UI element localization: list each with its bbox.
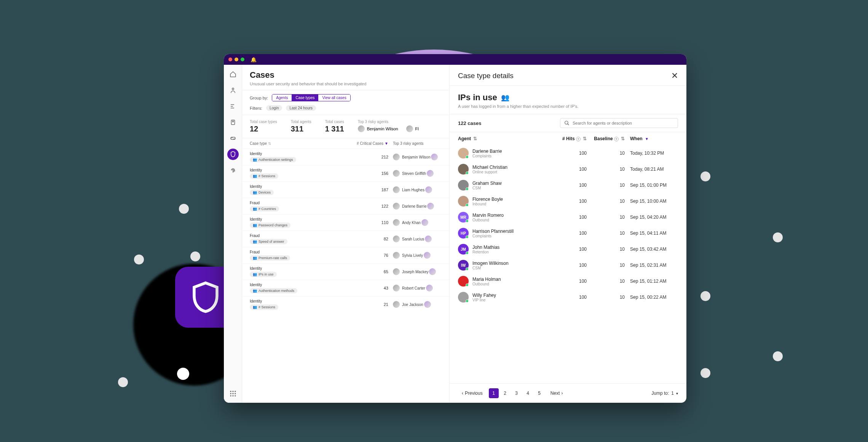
sort-icon[interactable]: ⇅	[268, 141, 271, 146]
avatar	[429, 268, 436, 275]
agent-row[interactable]: Darlene BarrieComplaints10010Today, 10:3…	[450, 145, 686, 161]
critical-count: 76	[350, 253, 388, 258]
col-case-type[interactable]: Case type	[250, 141, 267, 146]
case-type-row[interactable]: Identity👥# Sessions156Steven Griffith	[242, 165, 449, 181]
filter-chip-login[interactable]: Login	[266, 105, 282, 111]
critical-count: 110	[350, 220, 388, 225]
filters-label: Filters:	[250, 106, 262, 110]
people-icon: 👥	[253, 223, 257, 227]
nav-shield-icon[interactable]	[227, 149, 239, 160]
page-number[interactable]: 4	[523, 388, 533, 398]
nav-settings-icon[interactable]	[227, 101, 239, 112]
search-input[interactable]	[573, 121, 674, 125]
window-titlebar: 🔔	[224, 54, 686, 65]
filter-chip-last24[interactable]: Last 24 hours	[286, 105, 316, 111]
bell-icon[interactable]: 🔔	[251, 57, 257, 62]
agent-dept: Inbound	[472, 202, 556, 206]
agent-name: Graham Shaw	[472, 181, 556, 186]
agent-row[interactable]: Willy FaheyVIP line10010Sep 15, 00:22 AM	[450, 289, 686, 305]
sort-icon[interactable]: ⇅	[621, 136, 625, 141]
nav-fingerprint-icon[interactable]	[227, 165, 239, 176]
col-baseline[interactable]: Baseline	[594, 136, 613, 141]
seg-case-types[interactable]: Case types	[292, 94, 318, 101]
chevron-down-icon[interactable]: ▾	[676, 391, 678, 396]
agent-row[interactable]: IWImogen WilkinsonCSM10010Sep 15, 02:31 …	[450, 257, 686, 273]
case-type-row[interactable]: Fraud👥# Countries122Darlene Barrie	[242, 198, 449, 214]
risky-agent-name: Benjamin Wilson	[367, 127, 398, 131]
metric-agents-label: Total agents	[291, 120, 311, 124]
window-maximize-dot[interactable]	[241, 58, 244, 61]
agent-row[interactable]: JMJohn MathiasRetention10010Sep 15, 03:4…	[450, 241, 686, 257]
page-number[interactable]: 1	[489, 388, 499, 398]
nav-home-icon[interactable]	[227, 69, 239, 80]
baseline-value: 10	[587, 199, 625, 204]
sort-icon[interactable]: ⇅	[583, 136, 587, 141]
avatar	[427, 203, 434, 210]
baseline-value: 10	[587, 247, 625, 252]
presence-dot	[466, 283, 469, 287]
agent-row[interactable]: HPHarrison PfannerstillComplaints10010Se…	[450, 225, 686, 241]
presence-dot	[466, 251, 469, 255]
case-type-row[interactable]: Identity👥Authentication methods43Robert …	[242, 280, 449, 296]
agent-row[interactable]: Graham ShawCSM10010Sep 15, 01:00 PM	[450, 177, 686, 193]
critical-count: 156	[350, 171, 388, 176]
case-type-row[interactable]: Identity👥# Sessions21Joe Jackson	[242, 296, 449, 312]
agent-dept: CSM	[472, 186, 556, 190]
jump-to-label: Jump to:	[651, 391, 669, 396]
avatar	[421, 219, 428, 226]
sort-icon[interactable]: ⇅	[473, 136, 477, 141]
help-icon[interactable]: ?	[614, 137, 619, 141]
agent-name: Marvin Romero	[472, 213, 556, 218]
avatar	[393, 252, 400, 259]
avatar	[427, 170, 434, 177]
agent-row[interactable]: Florence BoyleInbound10010Sep 15, 10:00 …	[450, 193, 686, 209]
case-type-row[interactable]: Identity👥Authentication settings212Benja…	[242, 149, 449, 165]
chevron-down-icon[interactable]: ▼	[385, 141, 388, 146]
seg-view-all[interactable]: View all cases	[318, 94, 350, 101]
close-icon[interactable]: ✕	[671, 72, 678, 80]
col-critical-cases[interactable]: # Critical Cases	[357, 141, 383, 146]
help-icon[interactable]: ?	[576, 137, 581, 141]
case-type-row[interactable]: Identity👥IPs in use65Joseph Mackey	[242, 263, 449, 280]
agent-dept: CSM	[472, 266, 556, 270]
nav-link-icon[interactable]	[227, 133, 239, 144]
agent-dept: Outbound	[472, 282, 556, 286]
window-close-dot[interactable]	[228, 58, 232, 61]
agent-name: Andy Khan	[402, 221, 421, 225]
agent-name: Steven Griffith	[402, 171, 426, 176]
agent-name: Darlene Barrie	[472, 149, 556, 154]
page-number[interactable]: 5	[535, 388, 544, 398]
page-number[interactable]: 3	[512, 388, 522, 398]
search-icon	[564, 120, 570, 126]
seg-agents[interactable]: Agents	[272, 94, 292, 101]
case-type-row[interactable]: Identity👥Devices187Liam Hughes	[242, 181, 449, 198]
nav-apps-icon[interactable]	[229, 390, 237, 397]
chevron-down-icon[interactable]: ▼	[645, 137, 649, 141]
col-hits[interactable]: # Hits	[562, 136, 575, 141]
search-box[interactable]	[560, 118, 678, 128]
agent-row[interactable]: Maria HolmanOutbound10010Sep 15, 01:12 A…	[450, 273, 686, 289]
window-minimize-dot[interactable]	[235, 58, 238, 61]
jump-to-value[interactable]: 1	[671, 391, 674, 396]
risky-agent-name: Fl	[415, 127, 419, 131]
subtype-tag: 👥Authentication settings	[250, 157, 296, 162]
case-type-row[interactable]: Fraud👥Speed of answer82Sarah Lucius	[242, 231, 449, 247]
case-type-row[interactable]: Fraud👥Premium-rate calls76Sylvia Lively	[242, 247, 449, 263]
prev-button[interactable]: ‹Previous	[458, 389, 487, 398]
nav-badge-icon[interactable]	[227, 117, 239, 128]
agent-row[interactable]: MRMarvin RomeroOutbound10010Sep 15, 04:2…	[450, 209, 686, 225]
agent-row[interactable]: Michael ChristianOnline support10010Toda…	[450, 161, 686, 177]
critical-count: 65	[350, 269, 388, 274]
col-when[interactable]: When	[630, 136, 643, 141]
avatar	[393, 154, 400, 160]
svg-point-4	[232, 391, 233, 392]
col-agent[interactable]: Agent	[458, 136, 471, 141]
avatar	[426, 285, 433, 291]
next-button[interactable]: Next›	[547, 389, 567, 398]
case-type-row[interactable]: Identity👥Password changes110Andy Khan	[242, 214, 449, 231]
avatar	[458, 196, 469, 207]
hits-value: 100	[556, 263, 587, 268]
page-number[interactable]: 2	[500, 388, 510, 398]
nav-agents-icon[interactable]	[227, 85, 239, 96]
presence-dot	[466, 171, 469, 175]
